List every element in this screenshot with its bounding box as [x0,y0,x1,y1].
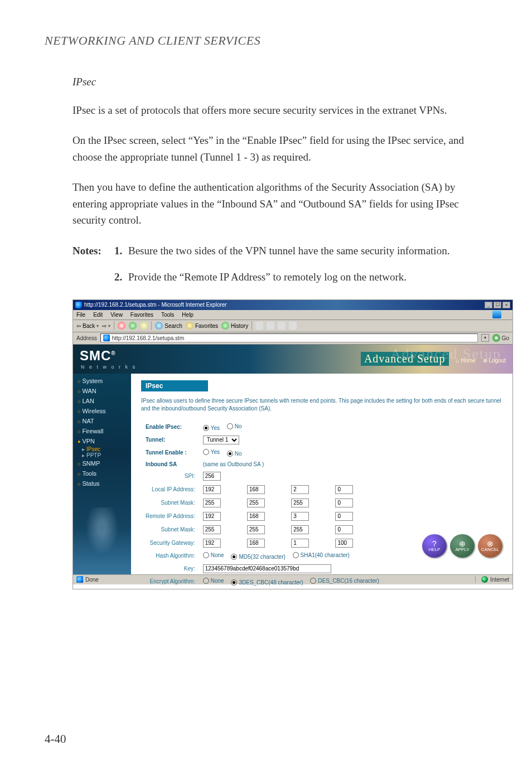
enable-no-radio[interactable]: No [227,423,242,429]
tunnel-enable-no[interactable]: No [227,451,242,457]
discuss-icon[interactable] [289,322,297,330]
address-dropdown[interactable]: ▾ [481,334,489,342]
remote-ip-1[interactable] [203,512,221,521]
sidebar-decorative-image [73,507,131,574]
spi-label: SPI: [142,470,199,482]
edit-icon[interactable] [278,322,286,330]
address-bar: Address http://192.168.2.1/setupa.stm ▾ … [73,332,512,345]
sidebar-item-wan[interactable]: ○WAN [73,386,131,396]
tunnel-enable-yes[interactable]: Yes [203,449,220,455]
history-button[interactable]: History [221,322,248,330]
key2-label: Key: [142,588,199,589]
sidebar-item-vpn[interactable]: ●VPN [73,436,131,446]
sidebar-item-nat[interactable]: ○NAT [73,416,131,426]
remote-ip-4[interactable] [335,512,353,521]
gw-1[interactable] [203,539,221,548]
smc-networks: N e t w o r k s [81,364,137,370]
internet-zone-icon [481,576,488,583]
minimize-button[interactable]: _ [485,302,492,308]
enc-des[interactable]: DES_CBC(16 character) [310,578,379,584]
sidebar-item-pptp[interactable]: ▸PPTP [73,452,131,458]
menu-view[interactable]: View [110,312,123,318]
mail-icon[interactable] [255,322,263,330]
smc-logo: SMC® [80,348,116,363]
back-button[interactable]: ⇦ Back ▾ [76,323,99,329]
home-icon[interactable] [140,322,148,330]
status-left: Done [85,577,99,583]
menu-tools[interactable]: Tools [161,312,174,318]
hash-none[interactable]: None [203,552,224,558]
enc-3des[interactable]: 3DES_CBC(48 character) [231,579,303,586]
spi-input[interactable] [203,472,221,481]
menu-file[interactable]: File [76,312,85,318]
apply-button[interactable]: ⊕APPLY [450,534,475,558]
content-description: IPsec allows users to define three secur… [141,397,502,413]
search-button[interactable]: Search [155,322,182,330]
sidebar-item-ipsec[interactable]: ▸IPsec [73,446,131,452]
menu-edit[interactable]: Edit [93,312,103,318]
sidebar-item-firewall[interactable]: ○Firewall [73,426,131,436]
router-banner: SMC® N e t w o r k s Advanced Setup Adva… [73,345,512,374]
sm1-4[interactable] [335,499,353,507]
enc-none[interactable]: None [203,578,224,584]
gw-3[interactable] [291,539,309,548]
gateway-label: Security Gateway: [142,537,199,549]
advanced-shadow: Advanced Setup [390,346,501,362]
note-1-number: 1. [114,243,128,259]
sm2-4[interactable] [335,525,353,534]
ie-icon [75,302,82,308]
sm2-2[interactable] [247,525,265,534]
remote-ip-3[interactable] [291,512,309,521]
cancel-button[interactable]: ⊗CANCEL [478,534,502,558]
close-button[interactable]: × [502,302,510,308]
enable-yes-radio[interactable]: Yes [203,425,220,431]
sidebar-item-status[interactable]: ○Status [73,478,131,488]
local-ip-2[interactable] [247,485,265,494]
sidebar-item-lan[interactable]: ○LAN [73,396,131,406]
help-button[interactable]: ?HELP [422,534,447,558]
notes-label: Notes: [72,245,101,257]
gw-2[interactable] [247,539,265,548]
address-input[interactable]: http://192.168.2.1/setupa.stm [100,333,478,342]
stop-icon[interactable] [118,322,125,330]
local-ip-1[interactable] [203,485,221,494]
local-ip-3[interactable] [291,485,309,494]
note-1-text: Besure the two sides of the VPN tunnel h… [128,243,493,259]
notes-block: Notes: 1. Besure the two sides of the VP… [72,243,493,286]
local-ip-4[interactable] [335,485,353,494]
encrypt-label: Encrypt Algorithm: [142,576,199,587]
sidebar-item-wireless[interactable]: ○Wireless [73,406,131,416]
note-2-number: 2. [114,269,128,285]
sidebar-item-system[interactable]: ○System [73,376,131,386]
toolbar: ⇦ Back ▾ ⇨ ▾ Search Favorites History [73,320,512,332]
sm2-3[interactable] [291,525,309,534]
tunnel-label: Tunnel: [142,434,199,446]
menu-favorites[interactable]: Favorites [130,312,153,318]
sm1-3[interactable] [291,499,309,507]
sm1-1[interactable] [203,499,221,507]
sidebar-item-snmp[interactable]: ○SNMP [73,458,131,468]
paragraph-2: On the IPsec screen, select “Yes” in the… [72,132,487,165]
hash-md5[interactable]: MD5(32 character) [231,554,285,560]
page-number: 4-40 [45,732,66,746]
maximize-button[interactable]: ☐ [494,302,501,308]
sidebar-item-tools[interactable]: ○Tools [73,468,131,478]
favorites-button[interactable]: Favorites [186,322,218,330]
remote-ip-2[interactable] [247,512,265,521]
tunnel-enable-label: Tunnel Enable : [142,447,199,458]
hash-sha1[interactable]: SHA1(40 character) [293,552,350,558]
forward-button[interactable]: ⇨ ▾ [102,323,110,329]
msn-icon[interactable] [492,311,501,318]
refresh-icon[interactable] [129,322,137,330]
key1-input[interactable] [203,564,331,573]
print-icon[interactable] [267,322,274,330]
status-page-icon [76,576,83,583]
content-heading: IPsec [141,380,208,391]
menu-help[interactable]: Help [182,312,194,318]
tunnel-select[interactable]: Tunnel 1 [203,436,239,444]
gw-4[interactable] [335,539,353,548]
go-button[interactable]: Go [492,334,509,342]
inbound-sa-label: Inbound SA [142,459,199,469]
sm1-2[interactable] [247,499,265,507]
sm2-1[interactable] [203,525,221,534]
